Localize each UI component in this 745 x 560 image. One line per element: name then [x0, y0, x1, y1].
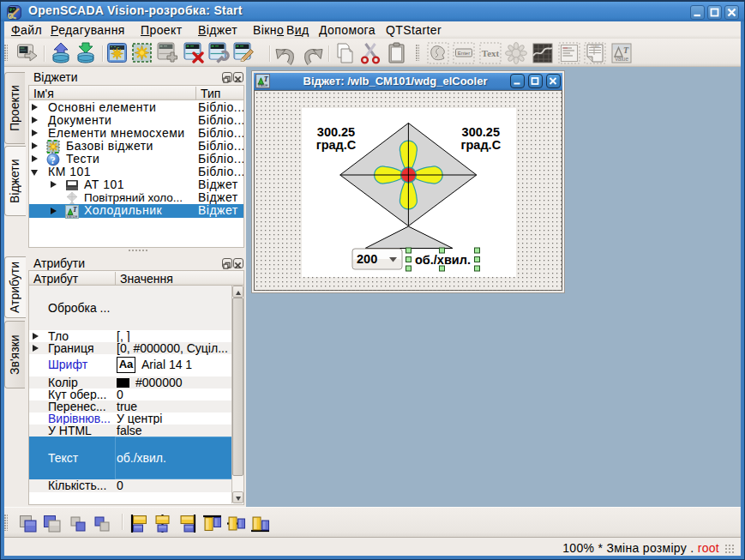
svg-text:T: T — [73, 206, 77, 214]
svg-text:300.25: 300.25 — [317, 125, 355, 139]
svg-text:Order: Order — [591, 44, 600, 48]
svg-text:200: 200 — [357, 252, 377, 266]
svg-text:град.С: град.С — [316, 138, 357, 152]
svg-text:Value: Value — [66, 214, 78, 218]
svg-text:Text: Text — [482, 48, 500, 58]
svg-text:?: ? — [51, 154, 57, 166]
svg-text:град.С: град.С — [460, 138, 501, 152]
svg-text:Enter: Enter — [458, 51, 470, 56]
svg-text:об./хвил.: об./хвил. — [415, 253, 471, 267]
svg-text:T: T — [623, 45, 629, 55]
svg-text:Value: Value — [615, 56, 629, 62]
svg-text:300.25: 300.25 — [462, 125, 500, 139]
